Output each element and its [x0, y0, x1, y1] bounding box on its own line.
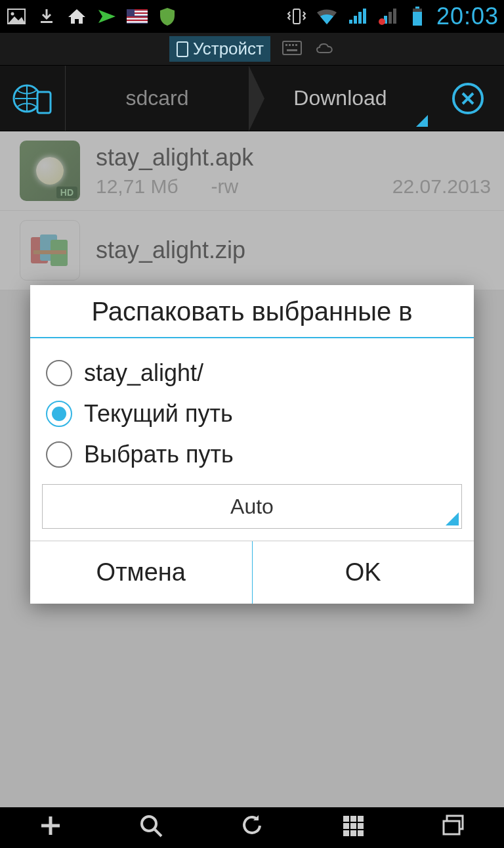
bottom-action-bar: [0, 807, 504, 848]
tab-device[interactable]: Устройст: [169, 36, 270, 62]
svg-rect-8: [127, 16, 148, 18]
svg-rect-37: [358, 823, 364, 829]
grid-icon[interactable]: [340, 813, 366, 841]
dialog-title: Распаковать выбранные в: [30, 285, 474, 338]
status-clock: 20:03: [436, 3, 499, 30]
cancel-button[interactable]: Отмена: [30, 541, 253, 604]
svg-rect-16: [413, 12, 422, 26]
image-icon: [5, 5, 28, 28]
battery-icon: [406, 5, 429, 28]
app-top-tabs: Устройст: [0, 33, 504, 66]
flag-icon: [126, 5, 148, 28]
svg-rect-21: [292, 44, 294, 46]
download-icon: [35, 5, 58, 28]
breadcrumb-download[interactable]: Download: [249, 66, 432, 131]
screen: 20:03 Устройст sdcard Download: [0, 0, 504, 848]
svg-rect-36: [350, 823, 356, 829]
svg-rect-2: [41, 21, 52, 23]
svg-rect-39: [350, 830, 356, 836]
svg-rect-14: [415, 7, 419, 9]
svg-rect-6: [135, 11, 148, 12]
svg-rect-7: [135, 14, 148, 15]
breadcrumb-bar: sdcard Download: [0, 66, 504, 131]
svg-point-31: [142, 816, 156, 831]
signal-2-icon: [376, 5, 398, 28]
dialog-body: stay_alight/ Текущий путь Выбрать путь A…: [30, 338, 474, 541]
encoding-select[interactable]: Auto: [42, 484, 462, 529]
svg-rect-5: [135, 12, 148, 14]
shield-icon: [156, 5, 178, 28]
search-icon[interactable]: [138, 813, 164, 841]
svg-rect-32: [343, 816, 349, 822]
radio-option-current-path[interactable]: Текущий путь: [42, 393, 462, 434]
breadcrumb-sdcard-label: sdcard: [125, 86, 188, 110]
svg-rect-12: [293, 9, 300, 24]
svg-rect-34: [358, 816, 364, 822]
svg-rect-23: [287, 49, 297, 51]
radio-option-choose-path[interactable]: Выбрать путь: [42, 434, 462, 475]
send-icon: [96, 5, 118, 28]
radio-label: Текущий путь: [84, 400, 233, 428]
svg-rect-19: [285, 44, 287, 46]
svg-rect-4: [135, 9, 148, 11]
svg-rect-38: [343, 830, 349, 836]
tab-device-label: Устройст: [193, 39, 264, 59]
svg-rect-10: [127, 20, 148, 21]
extract-dialog: Распаковать выбранные в stay_alight/ Тек…: [30, 285, 474, 604]
dialog-buttons: Отмена OK: [30, 541, 474, 604]
svg-point-1: [11, 12, 14, 16]
cloud-icon[interactable]: [314, 41, 335, 58]
add-icon[interactable]: [37, 813, 64, 841]
dropdown-triangle-icon: [446, 512, 459, 525]
status-right: 20:03: [285, 3, 499, 30]
svg-rect-22: [295, 44, 297, 46]
ok-button[interactable]: OK: [253, 541, 474, 604]
svg-rect-35: [343, 823, 349, 829]
radio-icon: [46, 360, 72, 386]
radio-option-folder[interactable]: stay_alight/: [42, 353, 462, 393]
wifi-icon: [316, 5, 338, 28]
windows-icon[interactable]: [440, 813, 467, 841]
svg-rect-17: [177, 42, 188, 56]
svg-rect-18: [283, 41, 301, 55]
svg-rect-25: [37, 92, 51, 113]
svg-rect-42: [444, 821, 459, 834]
radio-label: Выбрать путь: [84, 441, 234, 468]
svg-point-13: [379, 18, 385, 25]
svg-rect-11: [127, 21, 148, 22]
radio-label: stay_alight/: [84, 359, 203, 387]
radio-icon: [46, 441, 72, 468]
keyboard-icon[interactable]: [282, 41, 302, 58]
globe-device-icon[interactable]: [0, 66, 66, 131]
status-left: [5, 5, 178, 28]
radio-icon: [46, 401, 72, 427]
vibrate-icon: [285, 5, 308, 28]
status-bar: 20:03: [0, 0, 504, 33]
close-button[interactable]: [432, 66, 504, 131]
select-value: Auto: [230, 495, 274, 519]
refresh-icon[interactable]: [239, 813, 265, 841]
svg-rect-9: [127, 18, 148, 19]
svg-rect-20: [289, 44, 291, 46]
home-icon: [66, 5, 88, 28]
dropdown-triangle-icon: [416, 115, 428, 127]
breadcrumb-sdcard[interactable]: sdcard: [66, 66, 249, 131]
signal-1-icon: [346, 5, 368, 28]
breadcrumb-download-label: Download: [293, 86, 387, 110]
svg-rect-40: [358, 830, 364, 836]
svg-rect-33: [350, 816, 356, 822]
